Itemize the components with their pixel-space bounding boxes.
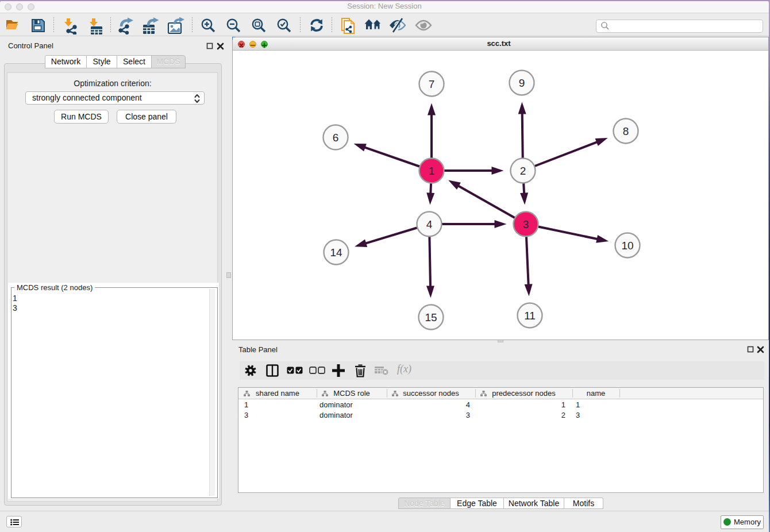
svg-text:14: 14 <box>330 246 342 259</box>
svg-text:8: 8 <box>623 125 629 137</box>
svg-text:2: 2 <box>520 165 526 177</box>
svg-text:4: 4 <box>426 218 433 230</box>
svg-text:3: 3 <box>523 218 529 230</box>
svg-text:11: 11 <box>524 310 536 322</box>
svg-text:10: 10 <box>621 240 633 252</box>
svg-text:1: 1 <box>429 165 435 177</box>
svg-text:15: 15 <box>425 311 437 323</box>
svg-text:6: 6 <box>333 132 339 144</box>
svg-text:7: 7 <box>429 78 435 90</box>
svg-text:9: 9 <box>519 77 525 89</box>
